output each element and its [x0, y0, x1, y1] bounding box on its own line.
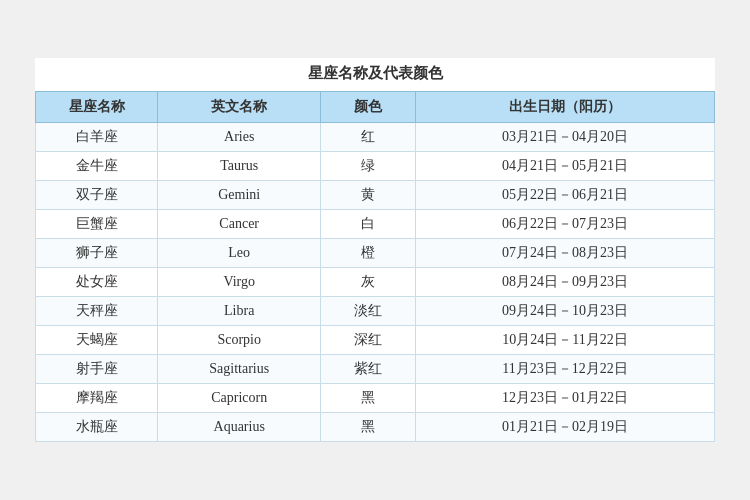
- table-row: 处女座Virgo灰08月24日－09月23日: [36, 268, 715, 297]
- cell-color: 黑: [321, 384, 416, 413]
- cell-english: Aquarius: [158, 413, 321, 442]
- table-row: 天蝎座Scorpio深红10月24日－11月22日: [36, 326, 715, 355]
- cell-date: 10月24日－11月22日: [416, 326, 715, 355]
- cell-chinese: 水瓶座: [36, 413, 158, 442]
- cell-color: 淡红: [321, 297, 416, 326]
- table-body: 白羊座Aries红03月21日－04月20日金牛座Taurus绿04月21日－0…: [36, 123, 715, 442]
- table-header-row: 星座名称 英文名称 颜色 出生日期（阳历）: [36, 92, 715, 123]
- cell-english: Gemini: [158, 181, 321, 210]
- cell-date: 04月21日－05月21日: [416, 152, 715, 181]
- table-row: 射手座Sagittarius紫红11月23日－12月22日: [36, 355, 715, 384]
- zodiac-table: 星座名称 英文名称 颜色 出生日期（阳历） 白羊座Aries红03月21日－04…: [35, 91, 715, 442]
- cell-chinese: 金牛座: [36, 152, 158, 181]
- cell-chinese: 天蝎座: [36, 326, 158, 355]
- table-row: 金牛座Taurus绿04月21日－05月21日: [36, 152, 715, 181]
- cell-chinese: 巨蟹座: [36, 210, 158, 239]
- cell-color: 深红: [321, 326, 416, 355]
- cell-date: 07月24日－08月23日: [416, 239, 715, 268]
- cell-date: 09月24日－10月23日: [416, 297, 715, 326]
- cell-date: 06月22日－07月23日: [416, 210, 715, 239]
- cell-chinese: 狮子座: [36, 239, 158, 268]
- table-row: 白羊座Aries红03月21日－04月20日: [36, 123, 715, 152]
- cell-english: Scorpio: [158, 326, 321, 355]
- table-row: 天秤座Libra淡红09月24日－10月23日: [36, 297, 715, 326]
- cell-color: 黑: [321, 413, 416, 442]
- cell-english: Sagittarius: [158, 355, 321, 384]
- cell-english: Virgo: [158, 268, 321, 297]
- header-date: 出生日期（阳历）: [416, 92, 715, 123]
- header-english: 英文名称: [158, 92, 321, 123]
- cell-date: 12月23日－01月22日: [416, 384, 715, 413]
- cell-chinese: 双子座: [36, 181, 158, 210]
- cell-color: 绿: [321, 152, 416, 181]
- cell-chinese: 白羊座: [36, 123, 158, 152]
- cell-chinese: 处女座: [36, 268, 158, 297]
- cell-color: 橙: [321, 239, 416, 268]
- page-title: 星座名称及代表颜色: [35, 58, 715, 91]
- cell-color: 红: [321, 123, 416, 152]
- cell-date: 08月24日－09月23日: [416, 268, 715, 297]
- header-chinese: 星座名称: [36, 92, 158, 123]
- cell-english: Taurus: [158, 152, 321, 181]
- cell-date: 05月22日－06月21日: [416, 181, 715, 210]
- header-color: 颜色: [321, 92, 416, 123]
- cell-chinese: 射手座: [36, 355, 158, 384]
- cell-color: 白: [321, 210, 416, 239]
- table-row: 巨蟹座Cancer白06月22日－07月23日: [36, 210, 715, 239]
- cell-color: 黄: [321, 181, 416, 210]
- cell-english: Aries: [158, 123, 321, 152]
- cell-date: 01月21日－02月19日: [416, 413, 715, 442]
- cell-english: Libra: [158, 297, 321, 326]
- cell-color: 灰: [321, 268, 416, 297]
- cell-english: Capricorn: [158, 384, 321, 413]
- main-container: 星座名称及代表颜色 星座名称 英文名称 颜色 出生日期（阳历） 白羊座Aries…: [35, 58, 715, 442]
- cell-chinese: 摩羯座: [36, 384, 158, 413]
- cell-color: 紫红: [321, 355, 416, 384]
- cell-date: 11月23日－12月22日: [416, 355, 715, 384]
- table-row: 双子座Gemini黄05月22日－06月21日: [36, 181, 715, 210]
- cell-chinese: 天秤座: [36, 297, 158, 326]
- cell-english: Leo: [158, 239, 321, 268]
- table-row: 水瓶座Aquarius黑01月21日－02月19日: [36, 413, 715, 442]
- table-row: 摩羯座Capricorn黑12月23日－01月22日: [36, 384, 715, 413]
- cell-date: 03月21日－04月20日: [416, 123, 715, 152]
- table-row: 狮子座Leo橙07月24日－08月23日: [36, 239, 715, 268]
- cell-english: Cancer: [158, 210, 321, 239]
